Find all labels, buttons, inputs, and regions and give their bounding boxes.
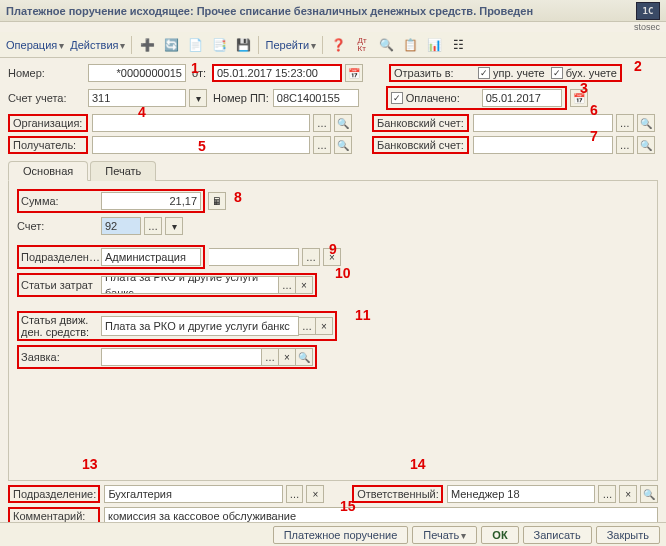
move-field[interactable]: Плата за РКО и другие услуги банкс — [101, 316, 299, 336]
tab-strip: Основная Печать — [8, 160, 658, 181]
tab-main[interactable]: Основная — [8, 161, 88, 181]
goto-menu[interactable]: Перейти — [263, 37, 318, 53]
reflect-mgmt-checkbox[interactable]: ✓ — [478, 67, 490, 79]
cost-clear-icon[interactable]: × — [295, 276, 313, 294]
resp-field[interactable]: Менеджер 18 — [447, 485, 596, 503]
resp-label: Ответственный: — [352, 485, 443, 503]
doc-icon[interactable]: 📄 — [184, 35, 206, 55]
paid-date-field[interactable]: 05.01.2017 — [482, 89, 562, 107]
sum-calc-icon[interactable]: 🖩 — [208, 192, 226, 210]
date-field[interactable]: 05.01.2017 15:23:00 — [212, 64, 342, 82]
add-icon[interactable]: ➕ — [136, 35, 158, 55]
sum-label: Сумма: — [21, 195, 101, 207]
calendar-icon[interactable]: 📅 — [345, 64, 363, 82]
help-icon[interactable]: ❓ — [327, 35, 349, 55]
move-lookup-icon[interactable]: … — [298, 317, 316, 335]
dept-label: Подразделен… — [21, 251, 101, 263]
footer-dept-field[interactable]: Бухгалтерия — [104, 485, 282, 503]
recipient-lookup-icon[interactable]: … — [313, 136, 331, 154]
reflect-mgmt-label: упр. учете — [493, 67, 545, 79]
bank2-label: Банковский счет: — [372, 136, 469, 154]
acct-field[interactable]: 92 — [101, 217, 141, 235]
footer-dept-label: Подразделение: — [8, 485, 100, 503]
number-label: Номер: — [8, 67, 84, 79]
bank2-lookup-icon[interactable]: … — [616, 136, 634, 154]
bank-label: Банковский счет: — [372, 114, 469, 132]
org-label: Организация: — [8, 114, 88, 132]
paid-calendar-icon[interactable]: 📅 — [570, 89, 588, 107]
reflect-group: Отразить в: ✓ упр. учете ✓ бух. учете — [389, 64, 622, 82]
resp-open-icon[interactable]: 🔍 — [640, 485, 658, 503]
report2-icon[interactable]: 📊 — [423, 35, 445, 55]
toolbar: Операция Действия ➕ 🔄 📄 📑 💾 Перейти ❓ Дт… — [0, 32, 666, 58]
acct-lookup-icon[interactable]: … — [144, 217, 162, 235]
operation-menu[interactable]: Операция — [4, 37, 66, 53]
recipient-open-icon[interactable]: 🔍 — [334, 136, 352, 154]
cost-field[interactable]: Плата за РКО и другие услуги банкс — [101, 276, 279, 294]
close-button[interactable]: Закрыть — [596, 526, 660, 544]
tab-print[interactable]: Печать — [90, 161, 156, 181]
bank-open-icon[interactable]: 🔍 — [637, 114, 655, 132]
brand-text: stosec — [0, 22, 666, 32]
org-open-icon[interactable]: 🔍 — [334, 114, 352, 132]
request-label: Заявка: — [21, 351, 101, 363]
acct-label: Счет: — [17, 220, 97, 232]
pp-field[interactable]: 08С1400155 — [273, 89, 359, 107]
copy-doc-icon[interactable]: 📑 — [208, 35, 230, 55]
payment-order-button[interactable]: Платежное поручение — [273, 526, 409, 544]
dept-lookup-icon[interactable]: … — [302, 248, 320, 266]
sum-field[interactable]: 21,17 — [101, 192, 201, 210]
move-label-1: Статья движ. — [21, 314, 88, 326]
actions-menu[interactable]: Действия — [68, 37, 127, 53]
request-field[interactable] — [101, 348, 262, 366]
recipient-field[interactable] — [92, 136, 310, 154]
reflect-acct-checkbox[interactable]: ✓ — [551, 67, 563, 79]
dept-clear-icon[interactable]: × — [323, 248, 341, 266]
resp-lookup-icon[interactable]: … — [598, 485, 616, 503]
app-logo: 1C — [636, 2, 660, 20]
report1-icon[interactable]: 📋 — [399, 35, 421, 55]
paid-checkbox[interactable]: ✓ — [391, 92, 403, 104]
reflect-acct-label: бух. учете — [566, 67, 617, 79]
acct-dd-icon[interactable]: ▾ — [165, 217, 183, 235]
resp-clear-icon[interactable]: × — [619, 485, 637, 503]
request-clear-icon[interactable]: × — [278, 348, 296, 366]
pp-label: Номер ПП: — [213, 92, 269, 104]
dept-field[interactable]: Администрация — [101, 248, 201, 266]
recipient-label: Получатель: — [8, 136, 88, 154]
org-field[interactable] — [92, 114, 310, 132]
titlebar: Платежное поручение исходящее: Прочее сп… — [0, 0, 666, 22]
bottom-bar: Платежное поручение Печать ОК Записать З… — [0, 522, 666, 546]
cost-lookup-icon[interactable]: … — [278, 276, 296, 294]
bank-field[interactable] — [473, 114, 613, 132]
move-label-2: ден. средств: — [21, 326, 89, 338]
save-icon[interactable]: 💾 — [232, 35, 254, 55]
window-title: Платежное поручение исходящее: Прочее сп… — [6, 0, 533, 22]
org-lookup-icon[interactable]: … — [313, 114, 331, 132]
request-open-icon[interactable]: 🔍 — [295, 348, 313, 366]
reflect-label: Отразить в: — [394, 67, 464, 79]
tab-body: Сумма: 21,17 🖩 Счет: 92 … ▾ Подразделен…… — [8, 181, 658, 481]
footer-dept-clear-icon[interactable]: × — [306, 485, 324, 503]
paid-group: ✓ Оплачено: 05.01.2017 — [386, 86, 567, 110]
ok-button[interactable]: ОК — [481, 526, 518, 544]
bank2-field[interactable] — [473, 136, 613, 154]
account-dropdown-icon[interactable]: ▾ — [189, 89, 207, 107]
bank-lookup-icon[interactable]: … — [616, 114, 634, 132]
bank2-open-icon[interactable]: 🔍 — [637, 136, 655, 154]
account-field[interactable]: 311 — [88, 89, 186, 107]
print-button[interactable]: Печать — [412, 526, 477, 544]
cost-label: Статьи затрат — [21, 279, 101, 291]
footer-dept-lookup-icon[interactable]: … — [286, 485, 304, 503]
refresh-icon[interactable]: 🔄 — [160, 35, 182, 55]
save-button[interactable]: Записать — [523, 526, 592, 544]
dt-kt-icon[interactable]: ДтКт — [351, 35, 373, 55]
paid-label: Оплачено: — [406, 92, 460, 104]
search-icon[interactable]: 🔍 — [375, 35, 397, 55]
account-label: Счет учета: — [8, 92, 84, 104]
number-field[interactable]: *0000000015 — [88, 64, 186, 82]
tree-icon[interactable]: ☷ — [447, 35, 469, 55]
request-lookup-icon[interactable]: … — [261, 348, 279, 366]
move-clear-icon[interactable]: × — [315, 317, 333, 335]
from-label: от: — [192, 67, 206, 79]
